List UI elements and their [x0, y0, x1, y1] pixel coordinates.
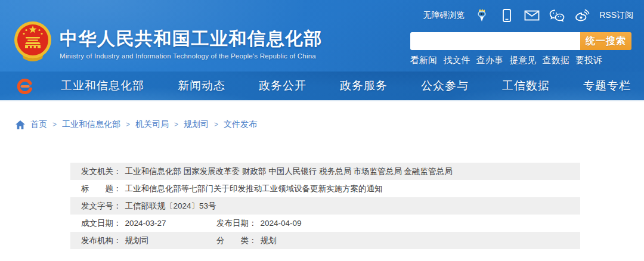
breadcrumb-separator: >	[214, 120, 218, 129]
field-value: 工业和信息化部 国家发展改革委 财政部 中国人民银行 税务总局 市场监管总局 金…	[125, 166, 453, 177]
field-value: 2024-04-09	[261, 219, 302, 228]
unified-search: 统一搜索	[410, 32, 631, 50]
wechat-icon[interactable]	[549, 8, 565, 23]
field-label: 标 题：	[81, 184, 122, 194]
field-value: 工业和信息化部等七部门关于印发推动工业领域设备更新实施方案的通知	[125, 184, 383, 194]
breadcrumb-miit[interactable]: 工业和信息化部	[62, 119, 120, 130]
site-brand[interactable]: 中华人民共和国工业和信息化部 Ministry of Industry and …	[13, 20, 323, 68]
table-row-title: 标 题： 工业和信息化部等七部门关于印发推动工业领域设备更新实施方案的通知	[70, 180, 580, 197]
quick-link-data[interactable]: 查数据	[543, 55, 569, 66]
document-meta-table: 发文机关： 工业和信息化部 国家发展改革委 财政部 中国人民银行 税务总局 市场…	[70, 163, 580, 249]
search-button[interactable]: 统一搜索	[580, 32, 631, 50]
rss-link[interactable]: RSS订阅	[599, 10, 633, 21]
quick-link-complaint[interactable]: 要投诉	[575, 55, 602, 66]
site-header: 无障碍浏览	[0, 0, 644, 72]
site-title: 中华人民共和国工业和信息化部	[60, 29, 323, 49]
breadcrumb-home[interactable]: 首页	[30, 119, 47, 130]
nav-item-gov-services[interactable]: 政务服务	[340, 78, 388, 94]
field-value: 规划司	[125, 235, 150, 246]
breadcrumb-separator: >	[52, 120, 57, 129]
nav-item-gov-info[interactable]: 政务公开	[259, 78, 306, 94]
gov-swirl-icon[interactable]	[17, 78, 33, 95]
nav-items: 工业和信息化部 新闻动态 政务公开 政务服务 公众参与 工信数据 专题专栏	[61, 72, 631, 100]
utility-topbar: 无障碍浏览	[423, 7, 633, 24]
national-emblem-icon	[13, 20, 52, 68]
field-value: 工信部联规〔2024〕53号	[125, 201, 216, 212]
field-label: 成文日期：	[81, 218, 122, 229]
quick-links: 看新闻 找文件 查办事 提意见 查数据 要投诉	[410, 55, 602, 66]
main-nav: 工业和信息化部 新闻动态 政务公开 政务服务 公众参与 工信数据 专题专栏	[0, 72, 644, 101]
nav-item-miit[interactable]: 工业和信息化部	[61, 78, 144, 94]
breadcrumb: 首页 > 工业和信息化部 > 机关司局 > 规划司 > 文件发布	[16, 119, 257, 130]
weibo-icon[interactable]	[574, 8, 590, 23]
field-label: 分 类：	[216, 235, 257, 246]
field-value: 2024-03-27	[125, 219, 166, 228]
table-row-publisher-category: 发布机构： 规划司 分 类： 规划	[70, 232, 580, 249]
field-label: 发文机关：	[81, 166, 122, 177]
miit-homepage: 无障碍浏览	[0, 0, 644, 261]
quick-link-news[interactable]: 看新闻	[410, 55, 437, 66]
table-row-dates: 成文日期： 2024-03-27 发布日期： 2024-04-09	[70, 215, 580, 232]
mobile-icon[interactable]	[499, 8, 515, 23]
table-row-issuing-agency: 发文机关： 工业和信息化部 国家发展改革委 财政部 中国人民银行 税务总局 市场…	[70, 163, 580, 180]
quick-link-files[interactable]: 找文件	[443, 55, 470, 66]
breadcrumb-separator: >	[126, 120, 130, 129]
field-label: 发布机构：	[81, 235, 122, 246]
field-value: 规划	[261, 235, 277, 246]
mail-icon[interactable]	[524, 8, 540, 23]
home-icon[interactable]	[16, 120, 25, 129]
nav-item-news[interactable]: 新闻动态	[178, 78, 225, 94]
breadcrumb-document-release[interactable]: 文件发布	[224, 119, 257, 130]
nav-item-data[interactable]: 工信数据	[502, 78, 550, 94]
field-label: 发布日期：	[216, 218, 257, 229]
breadcrumb-departments[interactable]: 机关司局	[135, 119, 169, 130]
mascot-icon[interactable]	[474, 8, 490, 23]
site-subtitle: Ministry of Industry and Information Tec…	[60, 52, 323, 60]
field-label: 发文字号：	[81, 201, 122, 212]
quick-link-feedback[interactable]: 提意见	[509, 55, 536, 66]
quick-link-services[interactable]: 查办事	[476, 55, 503, 66]
breadcrumb-planning-dept[interactable]: 规划司	[184, 119, 209, 130]
accessibility-link[interactable]: 无障碍浏览	[423, 10, 465, 21]
nav-item-specials[interactable]: 专题专栏	[583, 78, 631, 94]
breadcrumb-separator: >	[174, 120, 178, 129]
search-input[interactable]	[410, 32, 580, 50]
nav-item-participation[interactable]: 公众参与	[421, 78, 469, 94]
table-row-document-number: 发文字号： 工信部联规〔2024〕53号	[70, 197, 580, 215]
